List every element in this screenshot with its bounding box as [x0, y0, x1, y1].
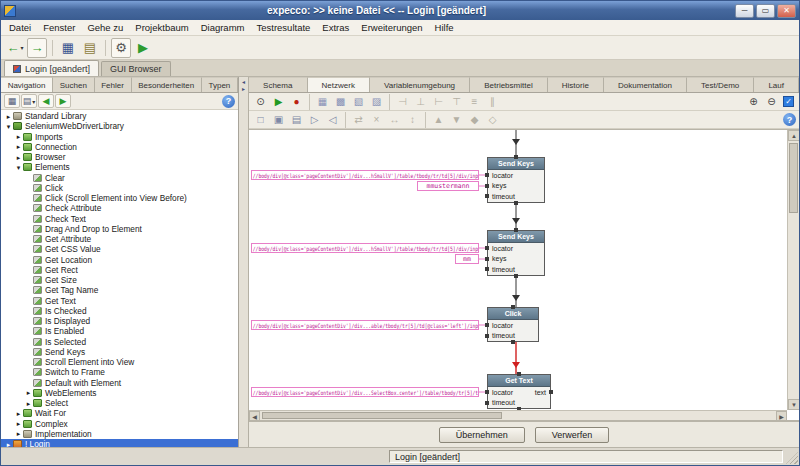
tree-item-is-enabled[interactable]: Is Enabled — [1, 326, 238, 336]
tree-item-wait-for[interactable]: ▸Wait For — [1, 408, 238, 418]
value-label-keys-2[interactable]: mm — [455, 254, 479, 264]
menu-datei[interactable]: Datei — [3, 21, 37, 34]
tree-item-clear[interactable]: Clear — [1, 173, 238, 183]
menu-gehe-zu[interactable]: Gehe zu — [81, 21, 129, 34]
overview-button[interactable]: ▨ — [368, 94, 385, 109]
align-left-button[interactable]: ⊣ — [394, 94, 411, 109]
tree-item-login[interactable]: ▸! Login — [1, 439, 238, 447]
route-vertical-button[interactable]: ↕ — [404, 112, 421, 127]
tree-item-browser[interactable]: ▸Browser — [1, 152, 238, 162]
tree-item-is-checked[interactable]: Is Checked — [1, 306, 238, 316]
distribute-v-button[interactable]: ∥ — [484, 94, 501, 109]
nav-forward-button[interactable]: ▶ — [55, 94, 71, 108]
zoom-out-button[interactable]: ⊖ — [763, 94, 780, 109]
tree-item-send-keys[interactable]: Send Keys — [1, 347, 238, 357]
expand-right-icon[interactable]: ▸ — [24, 400, 33, 407]
scroll-right-icon[interactable]: ▶ — [776, 411, 787, 421]
tree-item-check-attribute[interactable]: Check Attribute — [1, 203, 238, 213]
tab-schema[interactable]: Schema — [249, 77, 308, 92]
expand-right-icon[interactable]: ▸ — [14, 133, 23, 140]
menu-extras[interactable]: Extras — [316, 21, 355, 34]
tab-netzwerk[interactable]: Netzwerk — [308, 77, 370, 92]
menu-hilfe[interactable]: Hilfe — [429, 21, 460, 34]
tree-item-is-displayed[interactable]: Is Displayed — [1, 316, 238, 326]
run-button[interactable]: ▶ — [270, 94, 287, 109]
group-nodes-button[interactable]: ◆ — [466, 112, 483, 127]
tree-item-select[interactable]: ▸Select — [1, 398, 238, 408]
tab-historie[interactable]: Historie — [548, 77, 604, 92]
insert-step-button[interactable]: □ — [252, 112, 269, 127]
network-canvas[interactable]: Send Keys locator keys timeout Send Keys… — [249, 130, 787, 410]
nav-back-button[interactable]: ◀ — [38, 94, 54, 108]
menu-fenster[interactable]: Fenster — [37, 21, 81, 34]
scroll-left-icon[interactable]: ◀ — [249, 411, 260, 421]
tree-item-connection[interactable]: ▸Connection — [1, 142, 238, 152]
horizontal-scrollbar[interactable]: ◀ ▶ — [249, 410, 787, 420]
tree-item-get-attribute[interactable]: Get Attribute — [1, 234, 238, 244]
menu-projektbaum[interactable]: Projektbaum — [129, 21, 194, 34]
node-click[interactable]: Click locator timeout — [487, 307, 539, 342]
tree-overview-button[interactable]: ▦ — [4, 94, 20, 108]
tree-item-seleniumwebdriverlibrary[interactable]: ▾SeleniumWebDriverLibrary — [1, 121, 238, 131]
save-as-button[interactable]: ▤ — [80, 38, 100, 58]
show-grid-button[interactable]: ▦ — [314, 94, 331, 109]
tree-item-scroll-element-into-view[interactable]: Scroll Element into View — [1, 357, 238, 367]
tab-navigation[interactable]: Navigation — [1, 77, 53, 92]
output-pin[interactable] — [549, 390, 553, 394]
tree-item-is-selected[interactable]: Is Selected — [1, 337, 238, 347]
project-settings-button[interactable]: ⚙ — [111, 38, 131, 58]
doc-tab-login-geändert[interactable]: Login [geändert] — [4, 60, 99, 76]
expand-right-icon[interactable]: ▸ — [14, 420, 23, 427]
expand-down-icon[interactable]: ▾ — [14, 164, 23, 171]
connect-pins-button[interactable]: ⇄ — [350, 112, 367, 127]
lower-node-button[interactable]: ▼ — [448, 112, 465, 127]
zoom-select-button[interactable]: ⊙ — [252, 94, 269, 109]
tree-item-drag-and-drop-to-element[interactable]: Drag And Drop to Element — [1, 224, 238, 234]
expand-right-icon[interactable]: ▸ — [14, 154, 23, 161]
route-horizontal-button[interactable]: ↔ — [386, 112, 403, 127]
vertical-scroll-thumb[interactable] — [789, 143, 798, 213]
fit-checkbox[interactable]: ✓ — [783, 96, 794, 107]
run-tests-button[interactable]: ▶ — [133, 38, 153, 58]
vertical-scrollbar[interactable]: ▲ ▼ — [787, 130, 799, 410]
tree-item-get-css-value[interactable]: Get CSS Value — [1, 244, 238, 254]
align-right-button[interactable]: ⊢ — [430, 94, 447, 109]
menu-erweiterungen[interactable]: Erweiterungen — [355, 21, 428, 34]
value-label-xpath-4[interactable]: //body/div[@class='pageContentDiv']/div.… — [251, 387, 479, 397]
tree-item-default-with-element[interactable]: Default with Element — [1, 378, 238, 388]
tab-betriebsmittel[interactable]: Betriebsmittel — [470, 77, 548, 92]
tree-item-click[interactable]: Click — [1, 183, 238, 193]
zoom-in-button[interactable]: ⊕ — [745, 94, 762, 109]
view-selector-button[interactable]: ▤▾ — [21, 94, 37, 108]
tree-item-elements[interactable]: ▾Elements — [1, 162, 238, 172]
insert-compound-button[interactable]: ▣ — [270, 112, 287, 127]
value-label-xpath-3[interactable]: //body/div[@class='pageContentDiv']/div.… — [251, 320, 479, 330]
tree-item-check-text[interactable]: Check Text — [1, 214, 238, 224]
tree-item-get-tag-name[interactable]: Get Tag Name — [1, 285, 238, 295]
expand-right-icon[interactable]: ▸ — [4, 113, 13, 120]
minimize-button[interactable]: ─ — [735, 4, 754, 18]
node-get-text[interactable]: Get Text locator text timeout — [487, 374, 551, 409]
expand-right-icon[interactable]: ▸ — [14, 430, 23, 437]
ungroup-nodes-button[interactable]: ◇ — [484, 112, 501, 127]
collapse-right-icon[interactable]: ▸ — [242, 86, 245, 92]
tree-item-imports[interactable]: ▸Imports — [1, 132, 238, 142]
tab-fehler[interactable]: Fehler — [95, 77, 132, 92]
debug-button[interactable]: ● — [288, 94, 305, 109]
tab-typen[interactable]: Typen — [202, 77, 238, 92]
tab-test-demo[interactable]: Test/Demo — [687, 77, 754, 92]
value-label-xpath-1[interactable]: //body/div[@class='pageContentDiv']/div.… — [251, 170, 479, 180]
scroll-down-icon[interactable]: ▼ — [788, 399, 800, 410]
node-send-keys-1[interactable]: Send Keys locator keys timeout — [487, 157, 545, 203]
tree-item-get-rect[interactable]: Get Rect — [1, 265, 238, 275]
distribute-h-button[interactable]: ≡ — [466, 94, 483, 109]
tree-item-get-text[interactable]: Get Text — [1, 296, 238, 306]
menu-diagramm[interactable]: Diagramm — [195, 21, 251, 34]
help-button-diagram[interactable]: ? — [783, 113, 796, 126]
tab-variablenumgebung[interactable]: Variablenumgebung — [370, 77, 470, 92]
tree-item-get-size[interactable]: Get Size — [1, 275, 238, 285]
align-top-button[interactable]: ⊤ — [448, 94, 465, 109]
tab-suchen[interactable]: Suchen — [53, 77, 94, 92]
tab-lauf[interactable]: Lauf — [754, 77, 799, 92]
insert-input-connector-button[interactable]: ▷ — [306, 112, 323, 127]
